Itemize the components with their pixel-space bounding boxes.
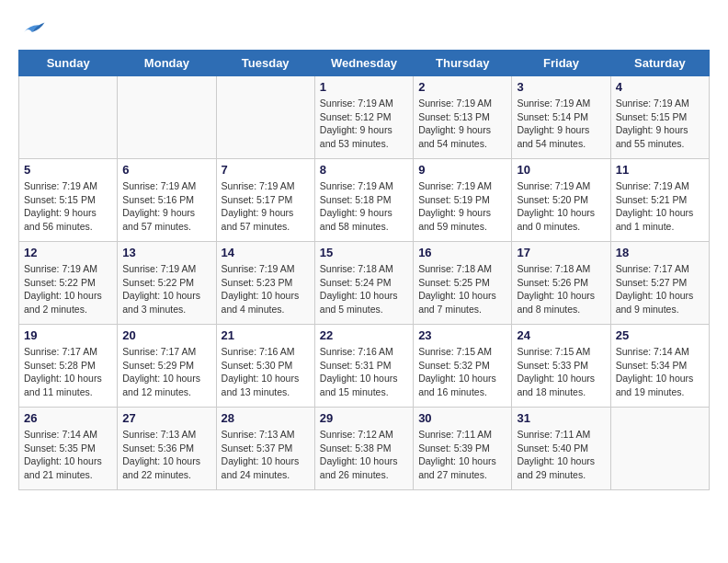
day-info: Sunrise: 7:16 AM Sunset: 5:31 PM Dayligh… <box>320 345 408 399</box>
calendar-cell: 19Sunrise: 7:17 AM Sunset: 5:28 PM Dayli… <box>19 325 118 408</box>
day-number: 21 <box>222 328 310 342</box>
day-info: Sunrise: 7:11 AM Sunset: 5:39 PM Dayligh… <box>418 428 506 482</box>
calendar-cell <box>610 408 709 490</box>
day-number: 13 <box>122 246 210 259</box>
day-info: Sunrise: 7:19 AM Sunset: 5:12 PM Dayligh… <box>320 97 408 151</box>
calendar-cell: 6Sunrise: 7:19 AM Sunset: 5:16 PM Daylig… <box>118 159 216 242</box>
day-number: 11 <box>616 163 704 177</box>
calendar-cell: 10Sunrise: 7:19 AM Sunset: 5:20 PM Dayli… <box>512 159 610 242</box>
day-info: Sunrise: 7:17 AM Sunset: 5:28 PM Dayligh… <box>24 345 112 399</box>
day-number: 25 <box>616 328 704 342</box>
day-info: Sunrise: 7:13 AM Sunset: 5:36 PM Dayligh… <box>122 428 210 482</box>
day-info: Sunrise: 7:13 AM Sunset: 5:37 PM Dayligh… <box>222 428 310 482</box>
day-number: 26 <box>24 411 112 425</box>
calendar-cell: 25Sunrise: 7:14 AM Sunset: 5:34 PM Dayli… <box>610 325 709 408</box>
day-number: 2 <box>418 80 506 94</box>
calendar-header: SundayMondayTuesdayWednesdayThursdayFrid… <box>19 51 710 76</box>
calendar-body: 1Sunrise: 7:19 AM Sunset: 5:12 PM Daylig… <box>19 76 710 490</box>
day-info: Sunrise: 7:18 AM Sunset: 5:26 PM Dayligh… <box>517 262 605 316</box>
calendar-table: SundayMondayTuesdayWednesdayThursdayFrid… <box>18 50 710 490</box>
day-number: 29 <box>320 411 408 425</box>
calendar-cell: 31Sunrise: 7:11 AM Sunset: 5:40 PM Dayli… <box>512 408 610 490</box>
day-number: 30 <box>418 411 506 425</box>
calendar-cell: 11Sunrise: 7:19 AM Sunset: 5:21 PM Dayli… <box>610 159 709 242</box>
day-number: 4 <box>616 80 704 94</box>
day-number: 22 <box>320 328 408 342</box>
day-info: Sunrise: 7:17 AM Sunset: 5:27 PM Dayligh… <box>616 262 704 316</box>
day-info: Sunrise: 7:18 AM Sunset: 5:25 PM Dayligh… <box>418 262 506 316</box>
page-header <box>18 18 710 40</box>
header-cell-monday: Monday <box>118 51 216 76</box>
day-number: 10 <box>517 163 605 177</box>
header-cell-tuesday: Tuesday <box>216 51 314 76</box>
day-info: Sunrise: 7:19 AM Sunset: 5:22 PM Dayligh… <box>24 262 112 316</box>
week-row: 1Sunrise: 7:19 AM Sunset: 5:12 PM Daylig… <box>19 76 710 159</box>
calendar-cell: 28Sunrise: 7:13 AM Sunset: 5:37 PM Dayli… <box>216 408 314 490</box>
day-info: Sunrise: 7:15 AM Sunset: 5:33 PM Dayligh… <box>517 345 605 399</box>
day-info: Sunrise: 7:19 AM Sunset: 5:22 PM Dayligh… <box>122 262 210 316</box>
logo <box>18 18 50 40</box>
day-number: 14 <box>222 246 310 259</box>
day-number: 1 <box>320 80 408 94</box>
day-info: Sunrise: 7:19 AM Sunset: 5:17 PM Dayligh… <box>222 179 310 234</box>
day-number: 27 <box>122 411 210 425</box>
day-number: 24 <box>517 328 605 342</box>
day-info: Sunrise: 7:19 AM Sunset: 5:16 PM Dayligh… <box>122 179 210 234</box>
calendar-cell <box>118 76 216 159</box>
week-row: 12Sunrise: 7:19 AM Sunset: 5:22 PM Dayli… <box>19 242 710 325</box>
calendar-cell: 18Sunrise: 7:17 AM Sunset: 5:27 PM Dayli… <box>610 242 709 325</box>
header-cell-sunday: Sunday <box>19 51 118 76</box>
day-number: 9 <box>418 163 506 177</box>
calendar-cell: 9Sunrise: 7:19 AM Sunset: 5:19 PM Daylig… <box>414 159 512 242</box>
header-row: SundayMondayTuesdayWednesdayThursdayFrid… <box>19 51 710 76</box>
calendar-cell <box>216 76 314 159</box>
day-info: Sunrise: 7:17 AM Sunset: 5:29 PM Dayligh… <box>122 345 210 399</box>
header-cell-friday: Friday <box>512 51 610 76</box>
day-number: 31 <box>517 411 605 425</box>
day-number: 19 <box>24 328 112 342</box>
calendar-cell: 3Sunrise: 7:19 AM Sunset: 5:14 PM Daylig… <box>512 76 610 159</box>
header-cell-wednesday: Wednesday <box>314 51 413 76</box>
day-number: 17 <box>517 246 605 259</box>
day-info: Sunrise: 7:19 AM Sunset: 5:20 PM Dayligh… <box>517 179 605 234</box>
day-info: Sunrise: 7:19 AM Sunset: 5:13 PM Dayligh… <box>418 97 506 151</box>
day-number: 23 <box>418 328 506 342</box>
day-number: 16 <box>418 246 506 259</box>
day-info: Sunrise: 7:19 AM Sunset: 5:23 PM Dayligh… <box>222 262 310 316</box>
day-info: Sunrise: 7:11 AM Sunset: 5:40 PM Dayligh… <box>517 428 605 482</box>
calendar-cell: 20Sunrise: 7:17 AM Sunset: 5:29 PM Dayli… <box>118 325 216 408</box>
calendar-cell: 27Sunrise: 7:13 AM Sunset: 5:36 PM Dayli… <box>118 408 216 490</box>
calendar-cell: 12Sunrise: 7:19 AM Sunset: 5:22 PM Dayli… <box>19 242 118 325</box>
day-info: Sunrise: 7:14 AM Sunset: 5:34 PM Dayligh… <box>616 345 704 399</box>
day-info: Sunrise: 7:19 AM Sunset: 5:15 PM Dayligh… <box>616 97 704 151</box>
calendar-cell: 23Sunrise: 7:15 AM Sunset: 5:32 PM Dayli… <box>414 325 512 408</box>
day-number: 20 <box>122 328 210 342</box>
logo-icon <box>18 18 46 40</box>
calendar-cell: 26Sunrise: 7:14 AM Sunset: 5:35 PM Dayli… <box>19 408 118 490</box>
day-number: 28 <box>222 411 310 425</box>
day-info: Sunrise: 7:19 AM Sunset: 5:21 PM Dayligh… <box>616 179 704 234</box>
calendar-cell: 16Sunrise: 7:18 AM Sunset: 5:25 PM Dayli… <box>414 242 512 325</box>
calendar-cell: 4Sunrise: 7:19 AM Sunset: 5:15 PM Daylig… <box>610 76 709 159</box>
calendar-cell: 1Sunrise: 7:19 AM Sunset: 5:12 PM Daylig… <box>314 76 413 159</box>
day-number: 7 <box>222 163 310 177</box>
day-info: Sunrise: 7:18 AM Sunset: 5:24 PM Dayligh… <box>320 262 408 316</box>
day-info: Sunrise: 7:19 AM Sunset: 5:18 PM Dayligh… <box>320 179 408 234</box>
calendar-cell: 15Sunrise: 7:18 AM Sunset: 5:24 PM Dayli… <box>314 242 413 325</box>
calendar-cell: 14Sunrise: 7:19 AM Sunset: 5:23 PM Dayli… <box>216 242 314 325</box>
day-number: 5 <box>24 163 112 177</box>
day-number: 18 <box>616 246 704 259</box>
day-info: Sunrise: 7:19 AM Sunset: 5:19 PM Dayligh… <box>418 179 506 234</box>
day-number: 12 <box>24 246 112 259</box>
calendar-cell: 7Sunrise: 7:19 AM Sunset: 5:17 PM Daylig… <box>216 159 314 242</box>
day-info: Sunrise: 7:14 AM Sunset: 5:35 PM Dayligh… <box>24 428 112 482</box>
day-info: Sunrise: 7:12 AM Sunset: 5:38 PM Dayligh… <box>320 428 408 482</box>
calendar-cell: 13Sunrise: 7:19 AM Sunset: 5:22 PM Dayli… <box>118 242 216 325</box>
calendar-cell: 24Sunrise: 7:15 AM Sunset: 5:33 PM Dayli… <box>512 325 610 408</box>
week-row: 5Sunrise: 7:19 AM Sunset: 5:15 PM Daylig… <box>19 159 710 242</box>
calendar-cell <box>19 76 118 159</box>
calendar-cell: 30Sunrise: 7:11 AM Sunset: 5:39 PM Dayli… <box>414 408 512 490</box>
header-cell-thursday: Thursday <box>414 51 512 76</box>
day-number: 15 <box>320 246 408 259</box>
day-number: 6 <box>122 163 210 177</box>
